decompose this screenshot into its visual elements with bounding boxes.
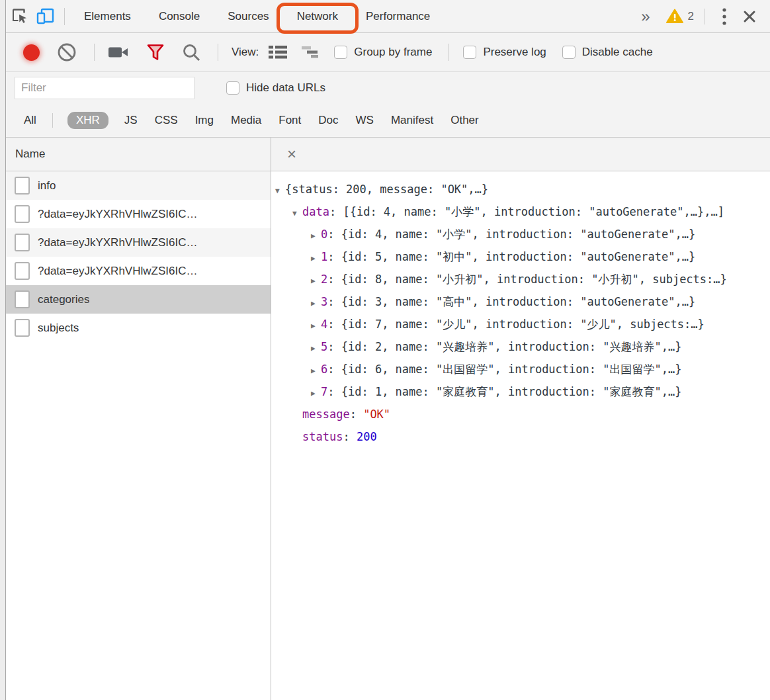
devtools-menu-button[interactable]: [712, 0, 737, 32]
warning-icon: [666, 9, 683, 24]
inspect-cursor-icon: [11, 7, 28, 25]
type-filter-media[interactable]: Media: [230, 112, 263, 129]
tabbar-separator: [705, 9, 705, 24]
collapse-arrow-icon[interactable]: ▶: [311, 270, 321, 290]
collapse-arrow-icon[interactable]: ▶: [311, 315, 321, 335]
view-label: View:: [232, 46, 259, 59]
inspect-element-button[interactable]: [6, 0, 32, 32]
preview-tree-row[interactable]: ▶3: {id: 3, name: "高中", introduction: "a…: [271, 290, 770, 313]
type-filter-manifest[interactable]: Manifest: [390, 112, 435, 129]
json-preview-text: {id: 1, name: "家庭教育", introduction: "家庭教…: [341, 385, 682, 398]
request-row[interactable]: subjects: [6, 314, 271, 342]
group-by-frame-checkbox[interactable]: Group by frame: [334, 46, 432, 59]
preview-pane: ▼{status: 200, message: "OK",…}▼data: [{…: [271, 171, 770, 700]
tree-indent-spacer: [292, 405, 302, 425]
device-toolbar-icon: [36, 8, 55, 25]
json-preview-text: {id: 5, name: "初中", introduction: "autoG…: [341, 250, 696, 263]
disable-cache-label: Disable cache: [582, 46, 653, 59]
collapse-arrow-icon[interactable]: ▶: [311, 292, 321, 313]
request-name: info: [38, 179, 56, 193]
preview-tree-row[interactable]: ▶2: {id: 8, name: "小升初", introduction: "…: [271, 268, 770, 290]
resource-icon: [15, 319, 30, 337]
tab-elements[interactable]: Elements: [70, 0, 145, 32]
type-filter-img[interactable]: Img: [194, 112, 215, 129]
expand-arrow-icon[interactable]: ▼: [292, 202, 302, 223]
preview-tree-row[interactable]: ▶6: {id: 6, name: "出国留学", introduction: …: [271, 358, 770, 380]
capture-screenshots-button[interactable]: [108, 46, 129, 59]
json-key: 7: [321, 385, 327, 398]
filter-input[interactable]: [15, 77, 194, 99]
preview-tree-row[interactable]: ▶5: {id: 2, name: "兴趣培养", introduction: …: [271, 335, 770, 358]
tab-sources[interactable]: Sources: [214, 0, 282, 32]
tab-console[interactable]: Console: [145, 0, 214, 32]
preview-tree-row[interactable]: ▶4: {id: 7, name: "少儿", introduction: "少…: [271, 313, 770, 335]
json-preview-text: :: [329, 205, 343, 218]
disable-cache-checkbox[interactable]: Disable cache: [562, 46, 653, 59]
json-key: data: [302, 205, 329, 218]
json-preview-text: :: [327, 363, 341, 376]
filter-button-active[interactable]: [146, 43, 165, 62]
preview-tree-row[interactable]: ▶7: {id: 1, name: "家庭教育", introduction: …: [271, 380, 770, 403]
clear-network-log-button[interactable]: [57, 42, 77, 62]
toolbar-separator: [448, 44, 449, 61]
close-detail-pane-button[interactable]: ×: [287, 146, 296, 162]
json-preview-text: :: [327, 273, 341, 286]
collapse-arrow-icon[interactable]: ▶: [311, 247, 321, 268]
request-row[interactable]: categories: [6, 285, 271, 314]
type-filter-css[interactable]: CSS: [153, 112, 179, 129]
toggle-device-toolbar-button[interactable]: [32, 0, 59, 32]
type-filter-other[interactable]: Other: [449, 112, 480, 129]
request-row[interactable]: ?data=eyJkYXRhVHlwZSI6IC…: [6, 200, 271, 228]
json-preview-text: :: [327, 228, 341, 241]
preview-tree-row[interactable]: ▼{status: 200, message: "OK",…}: [271, 178, 770, 200]
preview-tree-row[interactable]: status: 200: [271, 425, 770, 448]
hide-data-urls-checkbox[interactable]: Hide data URLs: [226, 81, 325, 95]
resource-icon: [15, 290, 30, 308]
name-column-header[interactable]: Name: [6, 138, 271, 171]
collapse-arrow-icon[interactable]: ▶: [311, 360, 321, 380]
show-overview-toggle[interactable]: [301, 46, 322, 59]
console-warnings-badge[interactable]: 2: [666, 9, 694, 24]
tab-network[interactable]: Network: [283, 0, 352, 32]
collapse-arrow-icon[interactable]: ▶: [311, 382, 321, 403]
type-filter-font[interactable]: Font: [277, 112, 302, 129]
request-row[interactable]: ?data=eyJkYXRhVHlwZSI6IC…: [6, 257, 271, 285]
use-large-rows-toggle[interactable]: [268, 45, 288, 60]
type-filter-ws[interactable]: WS: [355, 112, 375, 129]
type-filter-doc[interactable]: Doc: [317, 112, 339, 129]
record-icon: [23, 44, 40, 61]
type-filter-all[interactable]: All: [22, 112, 38, 129]
expand-arrow-icon[interactable]: ▼: [275, 180, 285, 200]
tab-performance[interactable]: Performance: [352, 0, 444, 32]
request-row[interactable]: ?data=eyJkYXRhVHlwZSI6IC…: [6, 228, 271, 257]
type-filter-js[interactable]: JS: [123, 112, 139, 129]
record-network-log-button[interactable]: [23, 44, 40, 61]
devtools-close-button[interactable]: [737, 0, 762, 32]
preview-tree-row[interactable]: message: "OK": [271, 403, 770, 425]
json-key: 0: [321, 228, 327, 241]
search-button[interactable]: [182, 43, 200, 62]
request-row[interactable]: info: [6, 171, 271, 200]
collapse-arrow-icon[interactable]: ▶: [311, 225, 321, 245]
json-preview-text: :: [327, 295, 341, 308]
tabbar-separator: [64, 8, 65, 25]
json-preview-text: {id: 7, name: "少儿", introduction: "少儿", …: [341, 318, 705, 331]
network-toolbar: View:: [6, 33, 770, 72]
preview-tree-row[interactable]: ▶0: {id: 4, name: "小学", introduction: "a…: [271, 223, 770, 245]
preserve-log-checkbox[interactable]: Preserve log: [463, 46, 546, 59]
warning-count: 2: [688, 10, 694, 23]
panel-tabs: ElementsConsoleSourcesNetworkPerformance: [70, 0, 444, 32]
json-preview-text: :: [327, 385, 341, 398]
request-name: ?data=eyJkYXRhVHlwZSI6IC…: [38, 236, 197, 249]
request-name: subjects: [38, 322, 79, 335]
type-filter-xhr[interactable]: XHR: [67, 112, 108, 129]
resource-icon: [15, 205, 30, 223]
preview-tree-row[interactable]: ▶1: {id: 5, name: "初中", introduction: "a…: [271, 245, 770, 268]
camera-icon: [108, 46, 129, 59]
filter-block: Hide data URLs AllXHRJSCSSImgMediaFontDo…: [6, 72, 770, 138]
json-preview-text: [{id: 4, name: "小学", introduction: "auto…: [343, 205, 724, 218]
collapse-arrow-icon[interactable]: ▶: [311, 337, 321, 358]
preview-tree-row[interactable]: ▼data: [{id: 4, name: "小学", introduction…: [271, 200, 770, 223]
more-tabs-button[interactable]: »: [629, 9, 662, 24]
dock-edge-divider[interactable]: [0, 0, 6, 700]
